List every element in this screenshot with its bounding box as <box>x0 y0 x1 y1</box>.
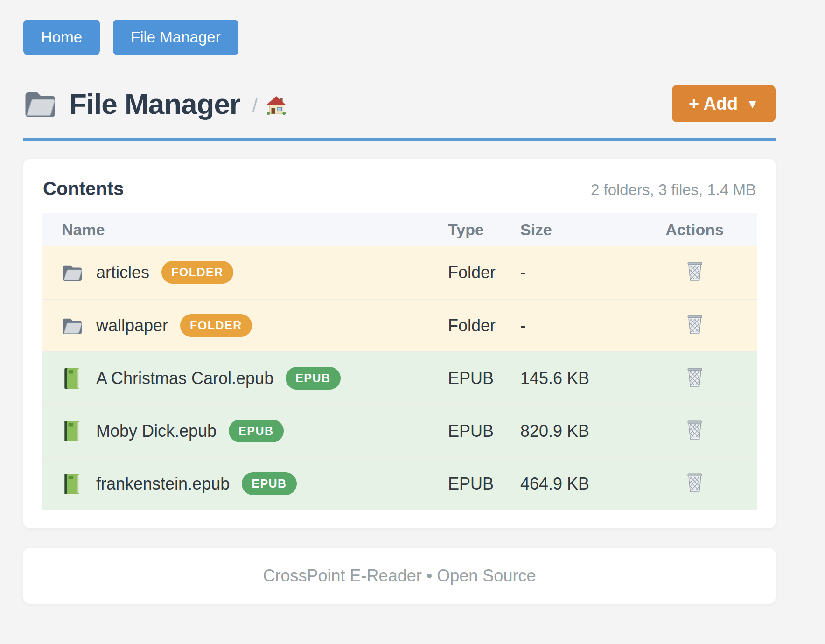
top-nav: Home File Manager <box>23 20 776 55</box>
delete-button[interactable] <box>683 260 707 285</box>
folder-icon <box>62 264 83 281</box>
type-badge: EPUB <box>229 420 283 442</box>
file-name: articles <box>96 263 149 282</box>
cell-type: EPUB <box>448 369 520 388</box>
book-icon <box>62 368 83 389</box>
contents-card: Contents 2 folders, 3 files, 1.4 MB Name… <box>23 159 776 528</box>
add-button[interactable]: + Add ▼ <box>672 85 776 122</box>
table-row[interactable]: wallpaper FOLDER Folder - <box>42 299 757 351</box>
cell-type: Folder <box>448 263 520 282</box>
type-badge: EPUB <box>242 472 296 495</box>
card-summary: 2 folders, 3 files, 1.4 MB <box>591 181 756 199</box>
file-name: A Christmas Carol.epub <box>96 369 273 388</box>
card-title: Contents <box>43 178 124 199</box>
delete-button[interactable] <box>683 419 707 443</box>
breadcrumb-separator: / <box>252 95 258 116</box>
section-divider <box>23 138 776 141</box>
card-header: Contents 2 folders, 3 files, 1.4 MB <box>42 175 757 199</box>
type-badge: FOLDER <box>180 314 252 337</box>
nav-button-file-manager[interactable]: File Manager <box>113 20 238 55</box>
book-icon <box>62 420 83 442</box>
footer-text: CrossPoint E-Reader • Open Source <box>263 566 536 586</box>
col-header-actions: Actions <box>632 221 757 239</box>
folder-icon <box>23 90 57 118</box>
delete-button[interactable] <box>683 313 707 338</box>
folder-icon <box>62 317 83 335</box>
cell-size: - <box>520 263 632 282</box>
book-icon <box>62 473 83 495</box>
type-badge: EPUB <box>286 367 340 390</box>
file-name: frankenstein.epub <box>96 474 230 494</box>
col-header-name: Name <box>42 221 448 239</box>
table-row[interactable]: Moby Dick.epub EPUB EPUB 820.9 KB <box>42 404 757 457</box>
cell-type: EPUB <box>448 421 520 441</box>
type-badge: FOLDER <box>161 261 233 284</box>
table-row[interactable]: frankenstein.epub EPUB EPUB 464.9 KB <box>42 457 757 510</box>
col-header-size: Size <box>520 221 632 239</box>
col-header-type: Type <box>448 221 520 239</box>
trash-icon <box>686 434 703 441</box>
cell-type: EPUB <box>448 474 520 494</box>
cell-size: 820.9 KB <box>520 421 632 441</box>
home-icon[interactable] <box>266 95 287 116</box>
file-name: wallpaper <box>96 316 168 336</box>
trash-icon <box>686 329 703 336</box>
table-row[interactable]: articles FOLDER Folder - <box>42 246 757 299</box>
chevron-down-icon: ▼ <box>746 97 759 112</box>
trash-icon <box>686 276 703 283</box>
page-header: File Manager / + Add ▼ <box>23 85 776 122</box>
page-title: File Manager <box>69 87 240 120</box>
trash-icon <box>686 487 703 494</box>
file-table: Name Type Size Actions articles FOLDER <box>42 213 757 510</box>
delete-button[interactable] <box>683 471 707 496</box>
trash-icon <box>686 382 703 389</box>
footer: CrossPoint E-Reader • Open Source <box>23 548 776 604</box>
table-row[interactable]: A Christmas Carol.epub EPUB EPUB 145.6 K… <box>42 351 757 404</box>
cell-size: - <box>520 316 632 336</box>
add-button-label: + Add <box>689 94 738 114</box>
nav-button-home[interactable]: Home <box>23 20 100 55</box>
table-header: Name Type Size Actions <box>42 213 757 246</box>
file-manager-page: Home File Manager File Manager / <box>0 0 825 604</box>
delete-button[interactable] <box>683 366 707 391</box>
cell-type: Folder <box>448 316 520 336</box>
cell-size: 464.9 KB <box>520 474 632 494</box>
cell-size: 145.6 KB <box>520 369 632 388</box>
file-name: Moby Dick.epub <box>96 421 217 441</box>
